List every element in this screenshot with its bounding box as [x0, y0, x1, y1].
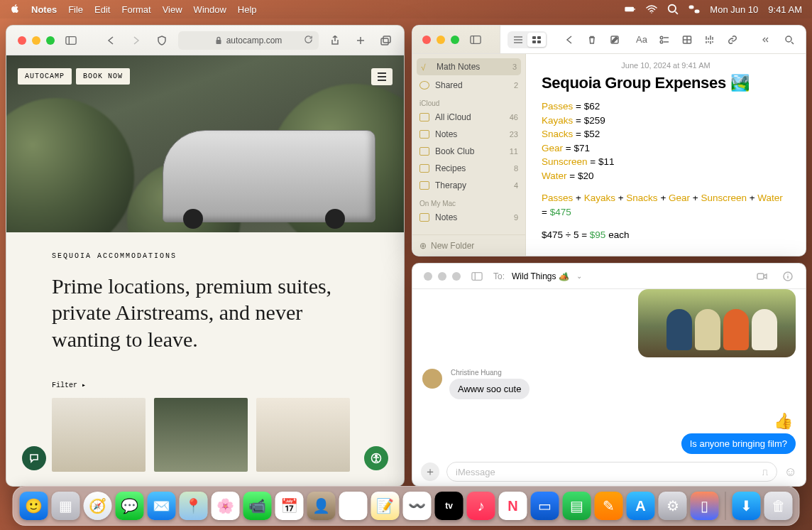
sidebar-item-all-icloud[interactable]: All iCloud46 — [412, 109, 525, 126]
format-icon[interactable]: Aa — [632, 32, 651, 48]
dock-app-facetime[interactable]: 📹 — [243, 492, 272, 520]
sidebar-toggle-icon[interactable] — [62, 33, 80, 48]
dock-app-iphone[interactable]: ▯ — [691, 492, 719, 520]
search-icon[interactable] — [780, 32, 799, 48]
menu-format[interactable]: Format — [121, 4, 150, 15]
window-controls[interactable] — [15, 36, 55, 45]
chat-fab[interactable] — [22, 446, 46, 470]
sidebar-item-recipes[interactable]: Recipes8 — [412, 160, 525, 177]
nav-back-icon[interactable] — [560, 32, 578, 48]
dock-app-maps[interactable]: 📍 — [180, 492, 208, 520]
new-tab-icon[interactable] — [351, 33, 370, 48]
dock-app-reminders[interactable]: ☰ — [339, 492, 368, 520]
message-compose: ＋ iMessage ⎍ ☺︎ — [412, 458, 806, 486]
dock-app-freeform[interactable]: 〰️ — [403, 492, 432, 520]
avatar[interactable] — [422, 369, 442, 389]
menu-file[interactable]: File — [68, 4, 83, 15]
facetime-icon[interactable] — [753, 269, 772, 284]
dictation-icon[interactable]: ⎍ — [762, 467, 768, 477]
dock-app-pages[interactable]: ✎ — [595, 492, 623, 520]
dock-app-keynote[interactable]: ▭ — [531, 492, 559, 520]
control-center-icon[interactable] — [688, 5, 700, 13]
dock-app-music[interactable]: ♪ — [467, 492, 495, 520]
info-icon[interactable] — [779, 269, 797, 284]
dock-trash[interactable]: 🗑 — [764, 492, 793, 520]
media-icon[interactable] — [701, 32, 719, 48]
menu-window[interactable]: Window — [194, 4, 226, 15]
address-bar[interactable]: autocamp.com — [178, 31, 319, 50]
spotlight-icon[interactable] — [667, 5, 679, 13]
menu-help[interactable]: Help — [238, 4, 257, 15]
message-input[interactable]: iMessage ⎍ — [446, 462, 777, 482]
tapback-reaction[interactable]: 👍 — [774, 412, 796, 431]
menu-edit[interactable]: Edit — [94, 4, 110, 15]
photo-message[interactable] — [638, 289, 796, 357]
dock-app-calendar[interactable]: 📅 — [275, 492, 304, 520]
dock-app-messages[interactable]: 💬 — [116, 492, 144, 520]
app-name-menu[interactable]: Notes — [31, 4, 57, 15]
dock-app-appstore[interactable]: A — [627, 492, 655, 520]
dock-app-finder[interactable]: 🙂 — [20, 492, 48, 520]
emoji-picker-icon[interactable]: ☺︎ — [784, 465, 797, 480]
share-icon[interactable] — [326, 33, 344, 48]
message-bubble-out[interactable]: Is anyone bringing film? — [681, 433, 796, 454]
filter-button[interactable]: Filter ▸ — [52, 381, 358, 389]
window-controls[interactable] — [421, 272, 461, 281]
dock-app-mail[interactable]: ✉️ — [148, 492, 176, 520]
battery-status-icon[interactable] — [625, 5, 636, 13]
forward-button[interactable] — [127, 33, 146, 48]
dock-downloads[interactable]: ⬇︎ — [733, 492, 761, 520]
thumbnail-item[interactable] — [52, 398, 146, 472]
reload-icon[interactable] — [304, 35, 313, 46]
list-view-icon[interactable] — [509, 33, 527, 47]
messages-thread[interactable]: Christine Huang Awww soo cute 👍 Is anyon… — [412, 289, 806, 458]
sidebar-item-shared[interactable]: Shared 2 — [412, 77, 525, 94]
sidebar-collapse-icon[interactable] — [466, 32, 485, 48]
svg-line-31 — [791, 42, 794, 44]
thumbnail-item[interactable] — [256, 398, 350, 472]
apple-menu[interactable] — [10, 4, 20, 16]
dock-app-safari[interactable]: 🧭 — [84, 492, 112, 520]
delete-note-icon[interactable] — [583, 32, 601, 48]
dock-app-news[interactable]: N — [499, 492, 527, 520]
sidebar-collapse-icon[interactable] — [468, 269, 486, 284]
sidebar-item-notes[interactable]: Notes23 — [412, 126, 525, 143]
dock-app-launchpad[interactable]: ▦ — [52, 492, 80, 520]
table-icon[interactable] — [678, 32, 696, 48]
menu-view[interactable]: View — [163, 4, 182, 15]
menu-time[interactable]: 9:41 AM — [768, 4, 802, 15]
overflow-icon[interactable] — [757, 32, 776, 48]
menu-date[interactable]: Mon Jun 10 — [710, 4, 758, 15]
checklist-icon[interactable] — [655, 32, 674, 48]
message-bubble[interactable]: Awww soo cute — [449, 379, 530, 399]
sidebar-item-local-notes[interactable]: Notes9 — [412, 209, 525, 226]
dock-app-photos[interactable]: 🌸 — [212, 492, 240, 520]
new-folder-button[interactable]: ⊕ New Folder — [412, 234, 525, 256]
view-mode-segment[interactable] — [508, 31, 547, 48]
dock-app-numbers[interactable]: ▤ — [563, 492, 591, 520]
sidebar-item-therapy[interactable]: Therapy4 — [412, 177, 525, 194]
sidebar-heading-onmymac: On My Mac — [412, 194, 525, 209]
dock-app-contacts[interactable]: 👤 — [307, 492, 336, 520]
window-controls[interactable] — [419, 36, 459, 44]
accessibility-fab[interactable] — [364, 446, 388, 470]
grid-view-icon[interactable] — [527, 33, 546, 47]
new-note-icon[interactable] — [605, 32, 624, 48]
back-button[interactable] — [102, 33, 120, 48]
dock-app-notes[interactable]: 📝 — [371, 492, 400, 520]
sidebar-item-book-club[interactable]: Book Club11 — [412, 143, 525, 160]
note-editor[interactable]: June 10, 2024 at 9:41 AM Sequoia Group E… — [526, 54, 806, 256]
dock-app-settings[interactable]: ⚙︎ — [659, 492, 687, 520]
wifi-status-icon[interactable] — [646, 5, 657, 13]
sidebar-item-math-notes[interactable]: √ Math Notes 3 — [417, 58, 521, 75]
svg-rect-18 — [532, 36, 536, 39]
site-menu-button[interactable] — [371, 68, 393, 85]
thumbnail-item[interactable] — [154, 398, 248, 472]
dock-app-tv[interactable]: tv — [435, 492, 463, 520]
shield-icon[interactable] — [153, 33, 171, 48]
tabs-icon[interactable] — [377, 33, 395, 48]
site-logo[interactable]: AUTOCAMP — [18, 68, 72, 85]
book-now-button[interactable]: BOOK NOW — [76, 68, 130, 85]
link-icon[interactable] — [723, 32, 742, 48]
apps-button[interactable]: ＋ — [421, 463, 439, 481]
